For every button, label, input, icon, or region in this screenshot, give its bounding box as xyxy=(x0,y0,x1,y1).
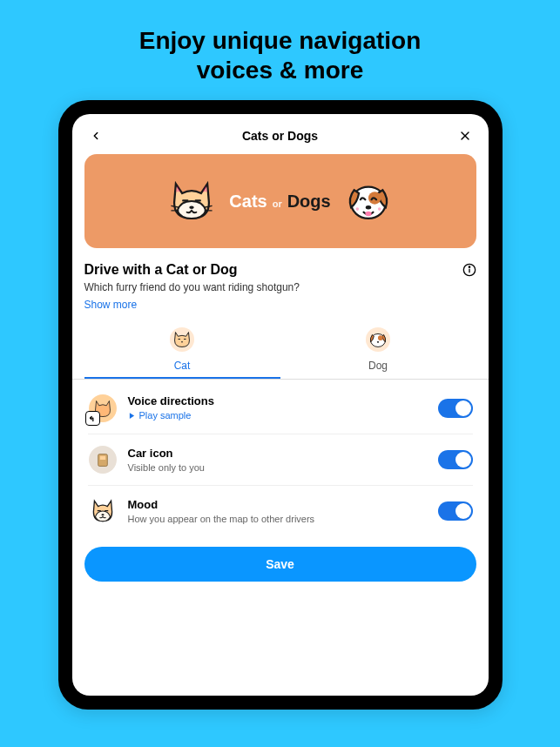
svg-rect-20 xyxy=(184,339,186,340)
promo-banner: Cats or Dogs xyxy=(84,154,476,248)
svg-point-14 xyxy=(378,207,381,211)
row-body: Voice directions Play sample xyxy=(128,394,428,423)
page-title: Cats or Dogs xyxy=(242,129,318,143)
car-icon-subtitle: Visible only to you xyxy=(128,461,428,474)
svg-rect-2 xyxy=(182,199,188,201)
car-icon-toggle[interactable] xyxy=(438,450,473,469)
car-icon-thumb xyxy=(88,445,118,474)
tablet-frame: Cats or Dogs xyxy=(58,100,503,710)
row-voice-directions: Voice directions Play sample xyxy=(84,383,476,434)
turn-arrow-badge xyxy=(85,411,100,426)
play-sample-label: Play sample xyxy=(139,410,192,421)
chevron-left-icon xyxy=(90,130,102,142)
save-button-label: Save xyxy=(266,557,294,571)
tab-cat-label: Cat xyxy=(84,360,280,372)
cat-small-icon xyxy=(169,326,195,353)
hero-line2: voices & more xyxy=(197,57,363,84)
banner-text: Cats or Dogs xyxy=(229,192,330,212)
play-icon xyxy=(128,412,136,420)
car-icon-title: Car icon xyxy=(128,447,428,460)
tab-dog[interactable]: Dog xyxy=(280,323,476,379)
screen: Cats or Dogs xyxy=(72,114,489,696)
show-more-link[interactable]: Show more xyxy=(84,299,476,311)
row-body: Car icon Visible only to you xyxy=(128,447,428,474)
save-button[interactable]: Save xyxy=(84,547,476,582)
close-button[interactable] xyxy=(455,126,475,145)
voice-directions-toggle[interactable] xyxy=(438,399,473,418)
svg-point-33 xyxy=(101,514,104,515)
svg-point-4 xyxy=(190,206,194,210)
mood-subtitle: How you appear on the map to other drive… xyxy=(128,513,428,525)
hero-title: Enjoy unique navigation voices & more xyxy=(0,0,560,100)
svg-point-11 xyxy=(366,205,371,210)
play-sample-link[interactable]: Play sample xyxy=(128,410,192,421)
row-mood: Mood How you appear on the map to other … xyxy=(84,486,476,536)
banner-dogs: Dogs xyxy=(287,192,331,212)
svg-rect-32 xyxy=(105,510,108,511)
mood-title: Mood xyxy=(128,498,428,511)
close-icon xyxy=(458,129,472,143)
tab-underline xyxy=(84,377,280,379)
mood-icon xyxy=(88,496,118,526)
section-title: Drive with a Cat or Dog xyxy=(84,262,238,278)
svg-point-12 xyxy=(365,212,371,216)
voice-directions-icon xyxy=(88,394,118,423)
svg-point-21 xyxy=(181,341,183,342)
banner-cats: Cats xyxy=(229,192,267,212)
voice-directions-title: Voice directions xyxy=(128,394,428,407)
svg-rect-31 xyxy=(97,510,100,511)
svg-rect-30 xyxy=(99,456,105,460)
svg-point-13 xyxy=(355,207,359,211)
section-head: Drive with a Cat or Dog xyxy=(84,262,476,278)
header: Cats or Dogs xyxy=(72,114,489,154)
back-button[interactable] xyxy=(86,126,105,145)
info-icon[interactable] xyxy=(462,263,476,277)
svg-marker-27 xyxy=(129,413,133,419)
svg-rect-29 xyxy=(98,454,107,467)
row-car-icon: Car icon Visible only to you xyxy=(84,434,476,485)
section-subtitle: Which furry friend do you want riding sh… xyxy=(84,281,476,293)
content: Cats or Dogs xyxy=(72,154,489,696)
tab-dog-label: Dog xyxy=(280,360,476,372)
svg-rect-19 xyxy=(178,339,180,340)
svg-point-17 xyxy=(469,266,469,267)
tab-underline xyxy=(280,377,476,379)
mood-toggle[interactable] xyxy=(438,501,473,521)
settings-list: Voice directions Play sample xyxy=(84,383,476,536)
cat-face-icon xyxy=(166,176,217,226)
dog-face-icon xyxy=(343,176,394,226)
tabs: Cat Dog xyxy=(84,323,476,379)
svg-point-24 xyxy=(378,336,383,341)
banner-or: or xyxy=(273,199,282,209)
hero-line1: Enjoy unique navigation xyxy=(139,27,422,54)
dog-small-icon xyxy=(365,326,391,353)
tab-divider xyxy=(72,379,489,380)
tab-cat[interactable]: Cat xyxy=(84,323,280,379)
svg-rect-3 xyxy=(195,199,201,201)
svg-point-25 xyxy=(377,341,379,343)
row-body: Mood How you appear on the map to other … xyxy=(128,498,428,525)
